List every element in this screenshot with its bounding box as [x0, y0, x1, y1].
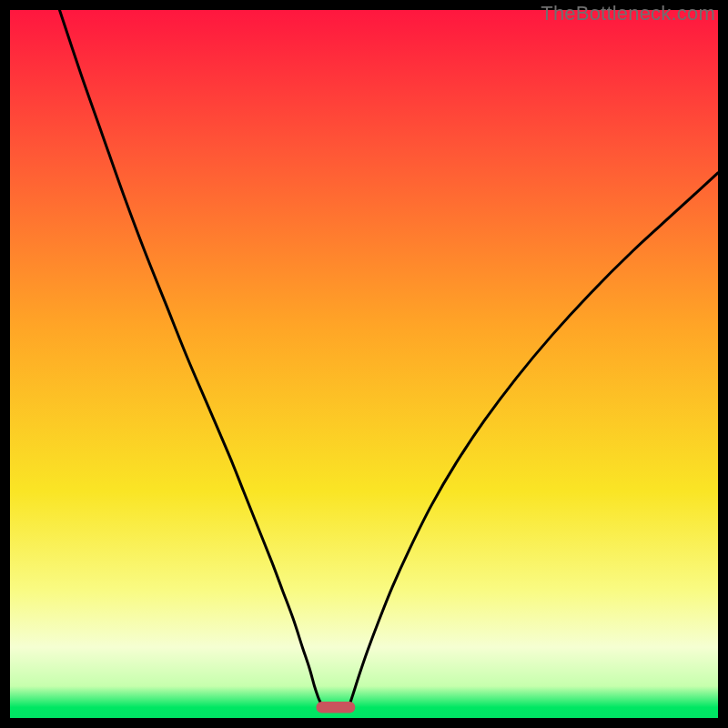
- min-marker: [316, 702, 355, 713]
- chart-svg: [10, 10, 718, 718]
- gradient-background: [10, 10, 718, 718]
- chart-frame: [10, 10, 718, 718]
- watermark-text: TheBottleneck.com: [541, 2, 715, 25]
